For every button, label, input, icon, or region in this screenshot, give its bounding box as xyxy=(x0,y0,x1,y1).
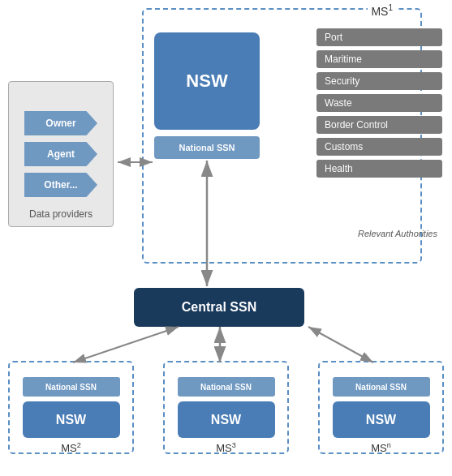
central-ssn: Central SSN xyxy=(134,288,304,327)
ms2-label: MS2 xyxy=(10,441,132,454)
authority-health: Health xyxy=(316,160,442,178)
authorities-container: Port Maritime Security Waste Border Cont… xyxy=(316,28,442,178)
authority-maritime: Maritime xyxy=(316,50,442,68)
other-label: Other... xyxy=(24,173,97,197)
authorities-label: Relevant Authorities xyxy=(358,229,437,238)
owner-label: Owner xyxy=(24,111,97,135)
national-ssn-main-label: National SSN xyxy=(179,143,235,152)
authority-waste: Waste xyxy=(316,94,442,112)
authority-customs: Customs xyxy=(316,138,442,156)
authority-border-control: Border Control xyxy=(316,116,442,134)
msn-box: National SSN NSW MSn xyxy=(318,361,444,454)
ms3-nsw: NSW xyxy=(178,401,275,438)
msn-national-ssn: National SSN xyxy=(333,377,430,397)
authority-port: Port xyxy=(316,28,442,46)
agent-label: Agent xyxy=(24,142,97,166)
data-providers-label: Data providers xyxy=(9,208,113,220)
national-ssn-main: National SSN xyxy=(154,136,260,159)
nsw-main-block: NSW xyxy=(154,32,260,130)
ms2-national-ssn: National SSN xyxy=(23,377,120,397)
ms3-national-ssn: National SSN xyxy=(178,377,275,397)
ms1-label: MS1 xyxy=(368,3,396,18)
data-providers-box: Owner Agent Other... Data providers xyxy=(8,81,114,227)
nsw-main-label: NSW xyxy=(186,71,227,92)
ms2-box: National SSN NSW MS2 xyxy=(8,361,134,454)
authority-security: Security xyxy=(316,72,442,90)
diagram: Owner Agent Other... Data providers MS1 … xyxy=(0,0,452,476)
central-ssn-label: Central SSN xyxy=(182,300,256,315)
bottom-ms-row: National SSN NSW MS2 National SSN NSW MS… xyxy=(8,361,444,454)
ms3-label: MS3 xyxy=(165,441,287,454)
ms2-nsw: NSW xyxy=(23,401,120,438)
ms3-box: National SSN NSW MS3 xyxy=(163,361,289,454)
msn-to-central-arrow xyxy=(308,327,373,362)
ms2-to-central-arrow xyxy=(73,327,179,362)
msn-nsw: NSW xyxy=(333,401,430,438)
msn-label: MSn xyxy=(320,441,442,454)
